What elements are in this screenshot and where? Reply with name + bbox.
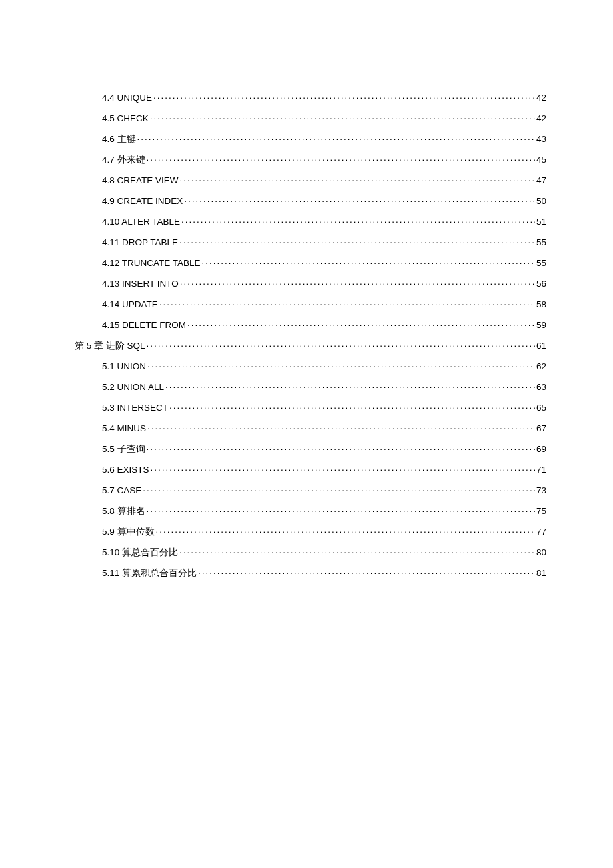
- toc-entry-label: 4.11 DROP TABLE: [102, 238, 178, 247]
- toc-entry: 5.1 UNION62: [75, 360, 546, 371]
- toc-entry-page: 42: [536, 93, 546, 103]
- toc-entry: 4.8 CREATE VIEW47: [75, 174, 546, 185]
- toc-leader-dots: [198, 567, 535, 576]
- toc-entry-label: 5.6 EXISTS: [102, 465, 149, 475]
- toc-entry-label: 5.2 UNION ALL: [102, 383, 164, 392]
- toc-entry-page: 61: [536, 341, 546, 351]
- toc-entry: 4.12 TRUNCATE TABLE55: [75, 257, 546, 267]
- toc-entry: 4.11 DROP TABLE55: [75, 236, 546, 247]
- toc-entry-label: 5.11 算累积总合百分比: [102, 569, 197, 578]
- toc-entry-label: 4.12 TRUNCATE TABLE: [102, 259, 201, 268]
- toc-entry-label: 4.15 DELETE FROM: [102, 321, 186, 330]
- toc-leader-dots: [159, 298, 535, 307]
- toc-entry-label: 4.8 CREATE VIEW: [102, 176, 179, 185]
- toc-entry: 5.6 EXISTS71: [75, 463, 546, 474]
- toc-entry-page: 47: [536, 176, 546, 185]
- toc-leader-dots: [147, 153, 535, 163]
- toc-entry-page: 80: [536, 548, 546, 557]
- toc-entry: 4.6 主键43: [75, 133, 546, 143]
- toc-entry-label: 5.5 子查询: [102, 445, 145, 454]
- toc-leader-dots: [137, 133, 535, 142]
- toc-entry: 4.13 INSERT INTO56: [75, 277, 546, 288]
- toc-entry-label: 5.8 算排名: [102, 507, 145, 516]
- toc-entry: 4.15 DELETE FROM59: [75, 319, 546, 329]
- toc-leader-dots: [181, 215, 535, 225]
- toc-entry: 5.5 子查询69: [75, 443, 546, 453]
- toc-entry-label: 5.10 算总合百分比: [102, 548, 178, 557]
- toc-leader-dots: [202, 257, 535, 266]
- toc-leader-dots: [180, 277, 535, 287]
- toc-entry-label: 5.3 INTERSECT: [102, 403, 168, 413]
- toc-leader-dots: [150, 112, 535, 121]
- toc-entry: 5.11 算累积总合百分比81: [75, 567, 546, 577]
- toc-entry-page: 73: [536, 486, 546, 495]
- toc-entry: 4.9 CREATE INDEX50: [75, 195, 546, 205]
- toc-entry-page: 42: [536, 114, 546, 123]
- table-of-contents: 4.4 UNIQUE424.5 CHECK424.6 主键434.7 外来键45…: [75, 91, 546, 577]
- toc-entry-label: 4.14 UPDATE: [102, 300, 158, 309]
- toc-entry: 4.5 CHECK42: [75, 112, 546, 123]
- toc-entry-label: 5.9 算中位数: [102, 527, 155, 537]
- toc-leader-dots: [143, 484, 535, 493]
- toc-leader-dots: [147, 360, 535, 369]
- toc-entry-page: 63: [536, 383, 546, 392]
- toc-entry: 5.7 CASE73: [75, 484, 546, 495]
- toc-entry-label: 5.7 CASE: [102, 486, 141, 495]
- toc-entry: 5.3 INTERSECT65: [75, 401, 546, 412]
- toc-entry: 4.4 UNIQUE42: [75, 91, 546, 102]
- toc-leader-dots: [153, 91, 535, 101]
- toc-entry-page: 55: [536, 259, 546, 268]
- toc-entry-page: 77: [536, 527, 546, 537]
- toc-leader-dots: [187, 319, 535, 328]
- toc-entry-page: 59: [536, 321, 546, 330]
- toc-entry: 5.8 算排名75: [75, 505, 546, 515]
- toc-entry-page: 56: [536, 279, 546, 289]
- toc-entry: 5.9 算中位数77: [75, 525, 546, 536]
- toc-leader-dots: [156, 525, 535, 535]
- toc-entry-page: 58: [536, 300, 546, 309]
- toc-leader-dots: [165, 381, 535, 390]
- toc-entry-label: 4.6 主键: [102, 135, 136, 144]
- toc-entry-page: 62: [536, 362, 546, 371]
- toc-entry-page: 51: [536, 217, 546, 227]
- toc-entry: 第 5 章 进阶 SQL61: [75, 339, 546, 350]
- toc-entry-page: 75: [536, 507, 546, 516]
- toc-entry-page: 45: [536, 155, 546, 165]
- toc-entry-page: 50: [536, 197, 546, 206]
- toc-entry-label: 4.5 CHECK: [102, 114, 149, 123]
- toc-entry-label: 5.1 UNION: [102, 362, 146, 371]
- toc-entry-page: 65: [536, 403, 546, 413]
- toc-leader-dots: [169, 401, 535, 411]
- toc-entry-label: 4.7 外来键: [102, 155, 145, 165]
- toc-entry-page: 67: [536, 424, 546, 433]
- toc-leader-dots: [179, 546, 535, 555]
- toc-entry: 4.14 UPDATE58: [75, 298, 546, 309]
- toc-leader-dots: [179, 236, 535, 245]
- toc-entry-page: 69: [536, 445, 546, 454]
- toc-entry: 4.7 外来键45: [75, 153, 546, 164]
- toc-entry: 5.2 UNION ALL63: [75, 381, 546, 391]
- toc-leader-dots: [184, 195, 535, 204]
- toc-entry-label: 4.10 ALTER TABLE: [102, 217, 180, 227]
- toc-leader-dots: [147, 339, 535, 349]
- toc-entry: 5.4 MINUS67: [75, 422, 546, 433]
- toc-entry-label: 4.9 CREATE INDEX: [102, 197, 183, 206]
- toc-entry-page: 71: [536, 465, 546, 475]
- toc-entry: 5.10 算总合百分比80: [75, 546, 546, 557]
- toc-leader-dots: [180, 174, 535, 183]
- toc-entry-label: 4.13 INSERT INTO: [102, 279, 179, 289]
- toc-leader-dots: [151, 463, 535, 473]
- toc-entry-page: 43: [536, 135, 546, 144]
- toc-entry-label: 4.4 UNIQUE: [102, 93, 152, 103]
- toc-entry: 4.10 ALTER TABLE51: [75, 215, 546, 226]
- toc-entry-label: 5.4 MINUS: [102, 424, 146, 433]
- toc-entry-page: 81: [536, 569, 546, 578]
- toc-leader-dots: [147, 422, 535, 431]
- toc-leader-dots: [147, 505, 535, 514]
- toc-entry-label: 第 5 章 进阶 SQL: [75, 341, 145, 351]
- toc-leader-dots: [147, 443, 535, 452]
- toc-entry-page: 55: [536, 238, 546, 247]
